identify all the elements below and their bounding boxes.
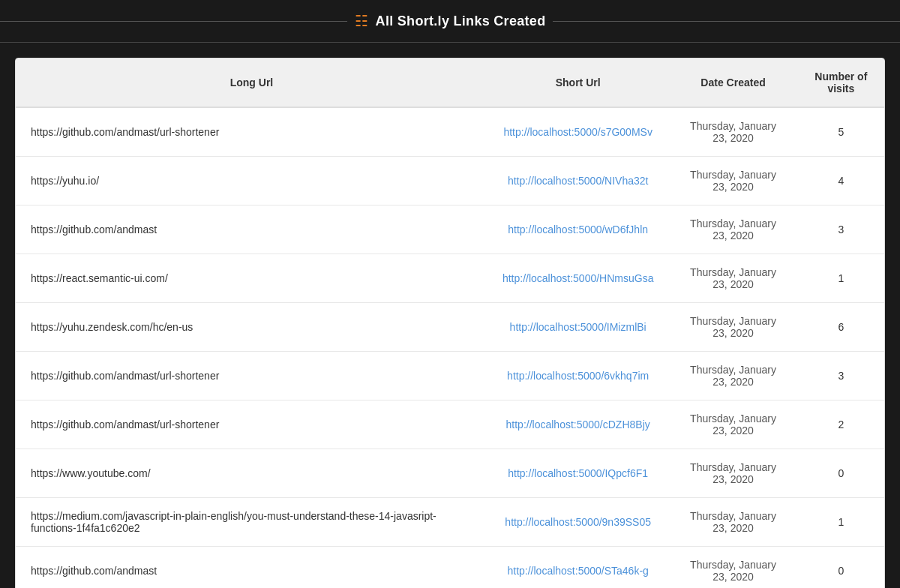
short-url-link[interactable]: http://localhost:5000/s7G00MSv (503, 126, 652, 138)
cell-long-url: https://github.com/andmast/url-shortener (16, 107, 488, 157)
cell-short-url[interactable]: http://localhost:5000/STa46k-g (488, 547, 669, 589)
cell-long-url: https://www.youtube.com/ (16, 449, 488, 498)
cell-date-created: Thursday, January 23, 2020 (668, 449, 797, 498)
cell-long-url: https://yuhu.io/ (16, 157, 488, 206)
short-url-link[interactable]: http://localhost:5000/NIVha32t (508, 175, 649, 187)
cell-visits: 3 (798, 352, 884, 400)
cell-date-created: Thursday, January 23, 2020 (668, 157, 797, 206)
cell-date-created: Thursday, January 23, 2020 (668, 107, 797, 157)
cell-short-url[interactable]: http://localhost:5000/NIVha32t (488, 157, 669, 206)
short-url-link[interactable]: http://localhost:5000/6vkhq7im (507, 370, 649, 382)
page-header: ☷ All Short.ly Links Created (0, 0, 900, 43)
col-header-long-url: Long Url (16, 58, 488, 107)
table-row: https://yuhu.zendesk.com/hc/en-ushttp://… (16, 303, 884, 352)
cell-long-url: https://github.com/andmast (16, 547, 488, 589)
cell-visits: 1 (798, 498, 884, 547)
cell-date-created: Thursday, January 23, 2020 (668, 206, 797, 254)
cell-short-url[interactable]: http://localhost:5000/6vkhq7im (488, 352, 669, 400)
table-row: https://github.com/andmast/url-shortener… (16, 352, 884, 400)
col-header-short-url: Short Url (488, 58, 669, 107)
short-url-link[interactable]: http://localhost:5000/wD6fJhln (508, 224, 648, 236)
cell-visits: 0 (798, 547, 884, 589)
short-url-link[interactable]: http://localhost:5000/IMizmlBi (510, 321, 646, 333)
col-header-date-created: Date Created (668, 58, 797, 107)
cell-visits: 1 (798, 254, 884, 303)
cell-short-url[interactable]: http://localhost:5000/IQpcf6F1 (488, 449, 669, 498)
cell-date-created: Thursday, January 23, 2020 (668, 352, 797, 400)
table-row: https://medium.com/javascript-in-plain-e… (16, 498, 884, 547)
short-url-link[interactable]: http://localhost:5000/IQpcf6F1 (508, 467, 648, 479)
short-url-link[interactable]: http://localhost:5000/9n39SS05 (505, 516, 651, 528)
table-row: https://github.com/andmast/url-shortener… (16, 107, 884, 157)
cell-long-url: https://github.com/andmast/url-shortener (16, 352, 488, 400)
cell-visits: 2 (798, 400, 884, 449)
header-line-right (553, 21, 900, 22)
short-url-link[interactable]: http://localhost:5000/STa46k-g (507, 565, 648, 577)
cell-long-url: https://yuhu.zendesk.com/hc/en-us (16, 303, 488, 352)
cell-long-url: https://react.semantic-ui.com/ (16, 254, 488, 303)
table-row: https://react.semantic-ui.com/http://loc… (16, 254, 884, 303)
cell-visits: 5 (798, 107, 884, 157)
cell-date-created: Thursday, January 23, 2020 (668, 254, 797, 303)
table-icon: ☷ (355, 12, 368, 30)
cell-visits: 4 (798, 157, 884, 206)
col-header-visits: Number of visits (798, 58, 884, 107)
table-row: https://github.com/andmasthttp://localho… (16, 206, 884, 254)
cell-long-url: https://github.com/andmast (16, 206, 488, 254)
page-title: All Short.ly Links Created (376, 14, 546, 29)
table-row: https://yuhu.io/http://localhost:5000/NI… (16, 157, 884, 206)
cell-long-url: https://medium.com/javascript-in-plain-e… (16, 498, 488, 547)
cell-visits: 6 (798, 303, 884, 352)
cell-short-url[interactable]: http://localhost:5000/9n39SS05 (488, 498, 669, 547)
short-url-link[interactable]: http://localhost:5000/HNmsuGsa (502, 272, 654, 284)
cell-long-url: https://github.com/andmast/url-shortener (16, 400, 488, 449)
short-url-link[interactable]: http://localhost:5000/cDZH8Bjy (506, 418, 650, 430)
cell-short-url[interactable]: http://localhost:5000/wD6fJhln (488, 206, 669, 254)
cell-short-url[interactable]: http://localhost:5000/IMizmlBi (488, 303, 669, 352)
table-row: https://www.youtube.com/http://localhost… (16, 449, 884, 498)
cell-visits: 3 (798, 206, 884, 254)
table-row: https://github.com/andmasthttp://localho… (16, 547, 884, 589)
cell-short-url[interactable]: http://localhost:5000/cDZH8Bjy (488, 400, 669, 449)
cell-short-url[interactable]: http://localhost:5000/HNmsuGsa (488, 254, 669, 303)
header-line-left (0, 21, 347, 22)
main-content: Long Url Short Url Date Created Number o… (15, 58, 885, 588)
cell-date-created: Thursday, January 23, 2020 (668, 400, 797, 449)
cell-short-url[interactable]: http://localhost:5000/s7G00MSv (488, 107, 669, 157)
links-table: Long Url Short Url Date Created Number o… (16, 58, 884, 588)
table-header-row: Long Url Short Url Date Created Number o… (16, 58, 884, 107)
table-row: https://github.com/andmast/url-shortener… (16, 400, 884, 449)
cell-date-created: Thursday, January 23, 2020 (668, 547, 797, 589)
cell-date-created: Thursday, January 23, 2020 (668, 498, 797, 547)
cell-visits: 0 (798, 449, 884, 498)
cell-date-created: Thursday, January 23, 2020 (668, 303, 797, 352)
